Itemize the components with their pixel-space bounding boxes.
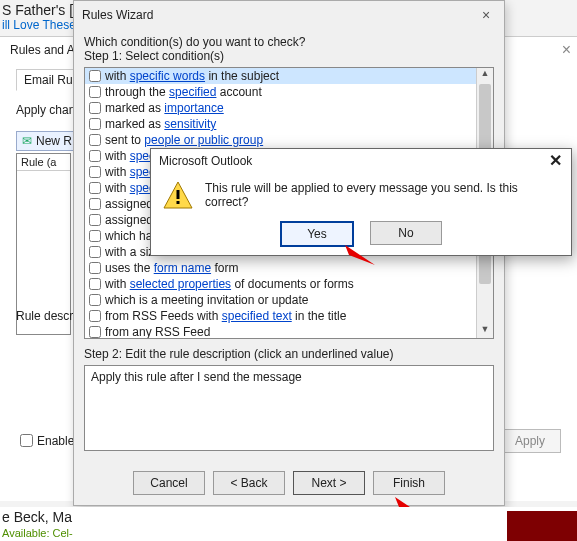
condition-item[interactable]: from any RSS Feed [85,324,477,338]
rule-description-box[interactable]: Apply this rule after I send the message [84,365,494,451]
condition-item[interactable]: with selected properties of documents or… [85,276,477,292]
condition-checkbox[interactable] [89,118,101,130]
wizard-step2-label: Step 2: Edit the rule description (click… [84,347,494,361]
condition-checkbox[interactable] [89,198,101,210]
close-icon[interactable]: × [476,6,496,24]
condition-checkbox[interactable] [89,230,101,242]
condition-text: assigned [105,197,153,211]
condition-checkbox[interactable] [89,214,101,226]
back-button[interactable]: < Back [213,471,285,495]
rule-description-text: Apply this rule after I send the message [91,370,302,384]
condition-checkbox[interactable] [89,278,101,290]
rules-list-header: Rule (a [17,154,70,171]
condition-text: marked as sensitivity [105,117,216,131]
condition-text: uses the form name form [105,261,238,275]
enable-label: Enable [37,434,74,448]
rule-descr-label: Rule descr [16,309,73,323]
finish-button[interactable]: Finish [373,471,445,495]
condition-text: marked as importance [105,101,224,115]
breadcrumb: Rules and A [10,43,75,57]
new-rule-label: New R [36,134,72,148]
rules-list-box[interactable]: Rule (a [16,153,71,335]
footer: e Beck, Ma Available: Cel- [0,507,577,541]
next-button[interactable]: Next > [293,471,365,495]
condition-text: with a siz [105,245,154,259]
condition-checkbox[interactable] [89,310,101,322]
condition-checkbox[interactable] [89,150,101,162]
condition-text: sent to people or public group [105,133,263,147]
close-icon[interactable]: × [562,41,571,59]
wizard-step1-label: Step 1: Select condition(s) [84,49,494,63]
condition-checkbox[interactable] [89,326,101,338]
close-icon[interactable]: ✕ [545,152,565,170]
footer-accent [507,511,577,541]
confirm-dialog-text: This rule will be applied to every messa… [205,181,559,209]
condition-checkbox[interactable] [89,246,101,258]
condition-checkbox[interactable] [89,294,101,306]
wizard-question: Which condition(s) do you want to check? [84,35,494,49]
window-title-fragment: S Father's [ [2,2,73,18]
cancel-button[interactable]: Cancel [133,471,205,495]
enable-checkbox-row[interactable]: Enable [16,431,74,450]
confirm-dialog: Microsoft Outlook ✕ This rule will be ap… [150,148,572,256]
svg-rect-2 [177,201,180,204]
condition-text: which is a meeting invitation or update [105,293,308,307]
new-rule-button[interactable]: ✉ New R [16,131,78,151]
svg-rect-1 [177,190,180,199]
no-button[interactable]: No [370,221,442,245]
condition-text: with specific words in the subject [105,69,279,83]
condition-text: with selected properties of documents or… [105,277,354,291]
enable-checkbox[interactable] [20,434,33,447]
footer-contact-name: e Beck, Ma [2,509,72,525]
condition-checkbox[interactable] [89,70,101,82]
condition-text: assigned [105,213,153,227]
apply-button[interactable]: Apply [499,429,561,453]
condition-item[interactable]: through the specified account [85,84,477,100]
condition-item[interactable]: from RSS Feeds with specified text in th… [85,308,477,324]
condition-text: which ha [105,229,152,243]
wizard-title: Rules Wizard [82,8,153,22]
condition-checkbox[interactable] [89,166,101,178]
condition-checkbox[interactable] [89,102,101,114]
condition-item[interactable]: which is a meeting invitation or update [85,292,477,308]
apply-changes-label: Apply chan [16,103,75,117]
confirm-dialog-title: Microsoft Outlook [159,154,252,168]
condition-text: with spec [105,181,155,195]
yes-button[interactable]: Yes [280,221,354,247]
condition-checkbox[interactable] [89,134,101,146]
footer-availability: Available: Cel- [2,527,73,539]
condition-checkbox[interactable] [89,86,101,98]
scroll-down-icon[interactable]: ▼ [477,324,493,338]
condition-text: through the specified account [105,85,262,99]
condition-item[interactable]: uses the form name form [85,260,477,276]
condition-text: with spec [105,149,155,163]
condition-text: with spec [105,165,155,179]
scroll-up-icon[interactable]: ▲ [477,68,493,82]
condition-item[interactable]: marked as sensitivity [85,116,477,132]
condition-checkbox[interactable] [89,262,101,274]
condition-checkbox[interactable] [89,182,101,194]
subtitle-fragment: ill Love These [2,18,76,32]
warning-icon [163,181,193,209]
condition-item[interactable]: marked as importance [85,100,477,116]
condition-text: from any RSS Feed [105,325,210,338]
condition-item[interactable]: with specific words in the subject [85,68,477,84]
condition-item[interactable]: sent to people or public group [85,132,477,148]
new-rule-icon: ✉ [22,134,32,148]
condition-text: from RSS Feeds with specified text in th… [105,309,346,323]
